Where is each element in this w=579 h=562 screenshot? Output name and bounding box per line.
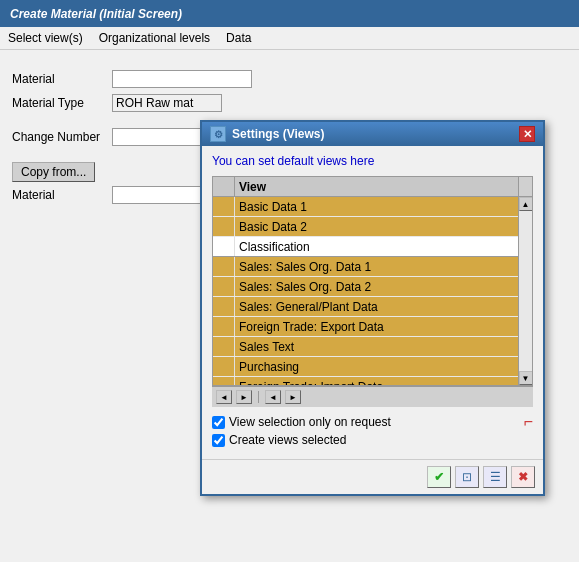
main-window: Create Material (Initial Screen) Select … (0, 0, 579, 562)
copy-button[interactable]: ⊡ (455, 466, 479, 488)
item-checkbox-col (213, 257, 235, 276)
list-item[interactable]: Sales: General/Plant Data (213, 297, 532, 317)
close-footer-icon: ✖ (518, 470, 528, 484)
item-label: Basic Data 1 (235, 200, 532, 214)
modal-footer: ✔ ⊡ ☰ ✖ (202, 459, 543, 494)
item-checkbox-col (213, 197, 235, 216)
create-views-row: Create views selected (212, 433, 533, 447)
item-checkbox-col (213, 317, 235, 336)
document-button[interactable]: ☰ (483, 466, 507, 488)
close-footer-button[interactable]: ✖ (511, 466, 535, 488)
item-label: Basic Data 2 (235, 220, 532, 234)
item-checkbox-col (213, 357, 235, 376)
modal-close-button[interactable]: ✕ (519, 126, 535, 142)
modal-overlay: ⚙ Settings (Views) ✕ You can set default… (0, 0, 579, 562)
confirm-button[interactable]: ✔ (427, 466, 451, 488)
item-checkbox-col (213, 337, 235, 356)
item-label: Foreign Trade: Export Data (235, 320, 532, 334)
list-item[interactable]: Foreign Trade: Import Data (213, 377, 532, 386)
nav-left2-button[interactable]: ◄ (265, 390, 281, 404)
document-icon: ☰ (490, 470, 501, 484)
item-checkbox-col (213, 217, 235, 236)
settings-modal: ⚙ Settings (Views) ✕ You can set default… (200, 120, 545, 496)
view-selection-label: View selection only on request (229, 415, 391, 429)
item-label: Classification (235, 240, 532, 254)
nav-left-button[interactable]: ◄ (216, 390, 232, 404)
header-checkbox-col (213, 177, 235, 196)
item-checkbox-col (213, 277, 235, 296)
list-item[interactable]: Basic Data 2 (213, 217, 532, 237)
list-header: View (213, 177, 532, 197)
views-list-container: View Basic Data 1 Basic Data 2 Cla (212, 176, 533, 386)
create-views-label: Create views selected (229, 433, 346, 447)
list-item[interactable]: Classification (213, 237, 532, 257)
modal-title-left: ⚙ Settings (Views) (210, 126, 324, 142)
list-item[interactable]: Sales: Sales Org. Data 1 (213, 257, 532, 277)
item-label: Sales: Sales Org. Data 1 (235, 260, 532, 274)
checkbox-area: View selection only on request ⌐ Create … (212, 415, 533, 447)
list-item[interactable]: Sales Text (213, 337, 532, 357)
nav-right2-button[interactable]: ► (285, 390, 301, 404)
view-selection-row: View selection only on request ⌐ (212, 415, 533, 429)
item-label: Sales: General/Plant Data (235, 300, 532, 314)
checkmark-icon: ✔ (434, 470, 444, 484)
item-label: Foreign Trade: Import Data (235, 380, 532, 387)
modal-title-bar: ⚙ Settings (Views) ✕ (202, 122, 543, 146)
scroll-down-button[interactable]: ▼ (519, 371, 533, 385)
header-scroll-btn[interactable] (518, 177, 532, 196)
settings-icon: ⚙ (210, 126, 226, 142)
view-selection-checkbox[interactable] (212, 416, 225, 429)
modal-title-text: Settings (Views) (232, 127, 324, 141)
modal-subtitle: You can set default views here (212, 154, 533, 168)
list-item[interactable]: Sales: Sales Org. Data 2 (213, 277, 532, 297)
copy-icon: ⊡ (462, 470, 472, 484)
list-item[interactable]: Basic Data 1 (213, 197, 532, 217)
item-label: Sales Text (235, 340, 532, 354)
item-checkbox-col (213, 297, 235, 316)
modal-body: You can set default views here View Basi… (202, 146, 543, 459)
scroll-up-button[interactable]: ▲ (519, 197, 533, 211)
nav-separator (258, 391, 259, 403)
vertical-scrollbar[interactable]: ▲ ▼ (518, 197, 532, 385)
item-label: Sales: Sales Org. Data 2 (235, 280, 532, 294)
item-checkbox-col (213, 237, 235, 256)
list-item[interactable]: Foreign Trade: Export Data (213, 317, 532, 337)
nav-right-button[interactable]: ► (236, 390, 252, 404)
list-header-label: View (235, 180, 518, 194)
list-item[interactable]: Purchasing (213, 357, 532, 377)
item-checkbox-col (213, 377, 235, 386)
list-bottom-nav: ◄ ► ◄ ► (212, 386, 533, 407)
item-label: Purchasing (235, 360, 532, 374)
scroll-track (519, 211, 533, 371)
create-views-checkbox[interactable] (212, 434, 225, 447)
